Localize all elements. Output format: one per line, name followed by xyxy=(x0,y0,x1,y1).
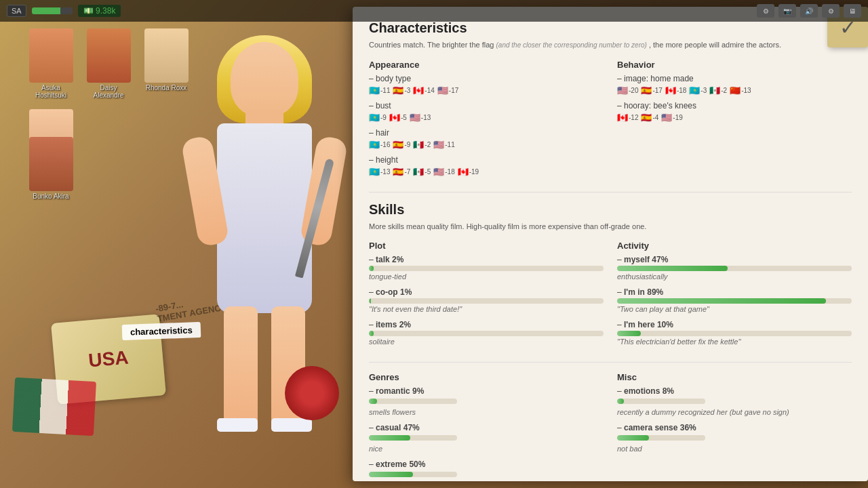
char-item-1[interactable]: AsukaHoshitsuki xyxy=(27,28,75,99)
genre-romantic-bar-container xyxy=(369,399,457,404)
flag-es-bt: 🇪🇸-3 xyxy=(393,85,410,96)
char-item-5[interactable]: Bunko Akira xyxy=(27,137,75,200)
flag-es-height: 🇪🇸-7 xyxy=(393,167,410,177)
skill-items: items 2% solitaire xyxy=(369,320,604,346)
flag-us-height: 🇺🇸-18 xyxy=(433,167,454,177)
skill-coop: co-op 1% "It's not even the third date!" xyxy=(369,287,604,313)
skills-grid: Plot talk 2% tongue-tied co-op 1% "It's … xyxy=(369,241,852,352)
genre-extreme: extreme 50% devilish glance xyxy=(369,460,604,481)
skill-coop-bar xyxy=(369,298,371,304)
hair-label: hair xyxy=(369,128,604,138)
genre-romantic-quote: smells flowers xyxy=(369,408,604,416)
skill-myself: myself 47% enthusiastically xyxy=(617,255,852,281)
tape-roll xyxy=(285,366,339,420)
genre-casual-bar-container xyxy=(369,435,457,441)
genres-misc-grid: Genres romantic 9% smells flowers casual… xyxy=(369,372,852,481)
activity-label: Activity xyxy=(617,241,852,251)
char-item-2[interactable]: DaisyAlexandre xyxy=(85,28,132,99)
flag-kz-hair: 🇰🇿-16 xyxy=(369,140,390,150)
misc-camera-name: camera sense 36% xyxy=(617,423,852,432)
misc-label: Misc xyxy=(617,372,852,382)
subtitle-extra: (and the closer the corresponding number… xyxy=(496,41,647,49)
skill-imhere: I'm here 10% "This electrician'd better … xyxy=(617,320,852,346)
tb-btn-5[interactable]: 🖥 xyxy=(844,4,861,18)
misc-emotions-quote: recently a dummy recognized her (but gav… xyxy=(617,408,852,416)
flag-kz-bt: 🇰🇿-11 xyxy=(369,85,390,96)
misc-camera-bar xyxy=(617,435,649,441)
skill-coop-bar-container xyxy=(369,298,604,304)
genre-romantic: romantic 9% smells flowers xyxy=(369,386,604,416)
skills-title: Skills xyxy=(369,202,852,218)
bust-label: bust xyxy=(369,101,604,110)
misc-emotions: emotions 8% recently a dummy recognized … xyxy=(617,386,852,416)
skill-talk-bar-container xyxy=(369,266,604,271)
subtitle-end: , the more people will admire the actors… xyxy=(649,41,781,49)
flag-us-img: 🇺🇸-20 xyxy=(617,85,638,96)
hooray-flags: 🇨🇦-12 🇪🇸-4 🇺🇸-19 xyxy=(617,113,852,123)
genre-extreme-bar-container xyxy=(369,472,457,477)
misc-col: Misc emotions 8% recently a dummy recogn… xyxy=(617,372,852,481)
height-entry: height 🇰🇿-13 🇪🇸-7 🇲🇽-5 🇺🇸-18 🇨🇦-19 xyxy=(369,155,604,177)
flag-kz-height: 🇰🇿-13 xyxy=(369,167,390,177)
skill-items-bar xyxy=(369,331,374,336)
genre-casual-name: casual 47% xyxy=(369,423,604,432)
flag-ca-img: 🇨🇦-18 xyxy=(665,85,686,96)
skill-items-name: items 2% xyxy=(369,320,604,329)
flag-us-hair: 🇺🇸-11 xyxy=(433,140,454,150)
skill-imhere-name: I'm here 10% xyxy=(617,320,852,329)
divider-2 xyxy=(369,362,852,363)
skill-items-bar-container xyxy=(369,331,604,336)
tb-btn-2[interactable]: 📷 xyxy=(778,4,796,18)
skill-imin-quote: "Two can play at that game" xyxy=(617,305,852,313)
hair-flags: 🇰🇿-16 🇪🇸-9 🇲🇽-2 🇺🇸-11 xyxy=(369,140,604,150)
flag-us-bust: 🇺🇸-13 xyxy=(410,113,431,123)
misc-emotions-bar xyxy=(617,399,624,404)
divider-1 xyxy=(369,192,852,192)
appearance-col: Appearance body type 🇰🇿-11 🇪🇸-3 🇨🇦-14 🇺🇸… xyxy=(369,58,604,182)
subtitle-main: Countries match. The brighter the flag xyxy=(369,41,494,49)
skill-imin: I'm in 89% "Two can play at that game" xyxy=(617,287,852,313)
bust-entry: bust 🇰🇿-9 🇨🇦-5 🇺🇸-13 xyxy=(369,101,604,123)
genre-extreme-name: extreme 50% xyxy=(369,460,604,469)
skills-subtitle: More skills mean quality film. High-qual… xyxy=(369,222,852,232)
misc-camera-quote: not bad xyxy=(617,445,852,453)
char-name-2: DaisyAlexandre xyxy=(93,84,123,99)
skill-imin-bar xyxy=(617,298,826,304)
flag-ca-bust: 🇨🇦-5 xyxy=(389,113,407,123)
misc-camera-bar-container xyxy=(617,435,705,441)
flag-ca-bt: 🇨🇦-14 xyxy=(413,85,434,96)
tb-btn-1[interactable]: ⚙ xyxy=(757,4,774,18)
genre-casual-bar xyxy=(369,435,410,441)
money-display: 💵 9.38k xyxy=(78,5,121,17)
flag-ca-height: 🇨🇦-19 xyxy=(458,167,479,177)
plot-col: Plot talk 2% tongue-tied co-op 1% "It's … xyxy=(369,241,604,352)
misc-camera: camera sense 36% not bad xyxy=(617,423,852,453)
characteristics-title: Characteristics xyxy=(369,20,852,36)
hair-entry: hair 🇰🇿-16 🇪🇸-9 🇲🇽-2 🇺🇸-11 xyxy=(369,128,604,150)
mexico-card xyxy=(12,378,96,436)
skill-talk: talk 2% tongue-tied xyxy=(369,255,604,281)
tb-btn-4[interactable]: ⚙ xyxy=(822,4,840,18)
skill-imin-bar-container xyxy=(617,298,852,304)
tb-btn-3[interactable]: 🔊 xyxy=(800,4,818,18)
behavior-col: Behavior image: home made 🇺🇸-20 🇪🇸-17 🇨🇦… xyxy=(617,58,852,182)
behavior-label: Behavior xyxy=(617,60,852,70)
image-label: image: home made xyxy=(617,74,852,83)
genre-romantic-bar xyxy=(369,399,377,404)
body-type-flags: 🇰🇿-11 🇪🇸-3 🇨🇦-14 🇺🇸-17 xyxy=(369,85,604,96)
hooray-label: hooray: bee's knees xyxy=(617,101,852,110)
body-type-entry: body type 🇰🇿-11 🇪🇸-3 🇨🇦-14 🇺🇸-17 xyxy=(369,74,604,96)
char-item-3[interactable]: Rhonda Roxx xyxy=(142,28,190,99)
char-name-5: Bunko Akira xyxy=(33,192,68,200)
image-entry: image: home made 🇺🇸-20 🇪🇸-17 🇨🇦-18 🇰🇿-3 … xyxy=(617,74,852,96)
body-type-label: body type xyxy=(369,74,604,83)
skill-myself-bar-container xyxy=(617,266,852,271)
skill-imhere-bar-container xyxy=(617,331,852,336)
genre-romantic-name: romantic 9% xyxy=(369,386,604,396)
top-bar: SA 💵 9.38k ⚙ 📷 🔊 ⚙ 🖥 xyxy=(0,0,868,22)
skill-talk-quote: tongue-tied xyxy=(369,272,604,281)
char-name-1: AsukaHoshitsuki xyxy=(35,84,66,99)
top-bar-left: SA 💵 9.38k xyxy=(7,5,121,17)
hooray-entry: hooray: bee's knees 🇨🇦-12 🇪🇸-4 🇺🇸-19 xyxy=(617,101,852,123)
characteristics-grid: Appearance body type 🇰🇿-11 🇪🇸-3 🇨🇦-14 🇺🇸… xyxy=(369,58,852,182)
